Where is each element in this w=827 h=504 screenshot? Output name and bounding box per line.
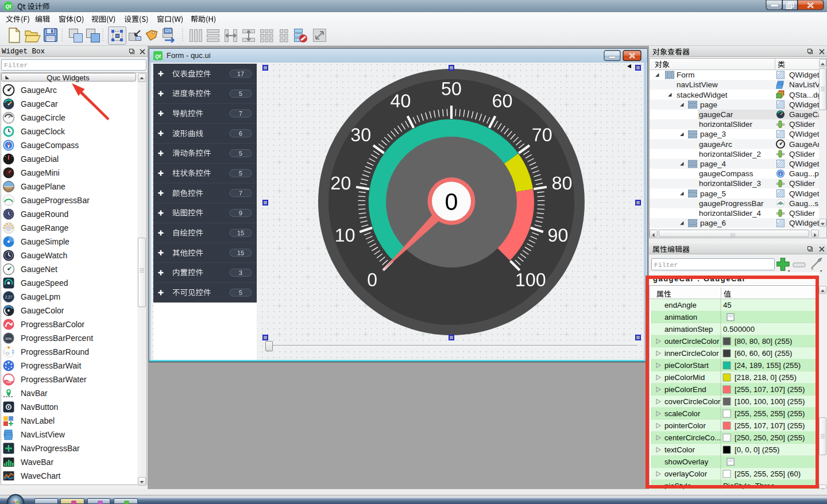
svg-text:QSlider: QSlider [789, 179, 816, 188]
svg-text:stackedWidget: stackedWidget [677, 91, 728, 99]
svg-text:horizontalSlider_2: horizontalSlider_2 [699, 150, 761, 158]
svg-text:Gaug...s: Gaug...s [789, 199, 818, 208]
svg-text:QSta...dg: QSta...dg [789, 91, 819, 99]
svg-text:page_5: page_5 [700, 189, 726, 198]
svg-text:Gaug...p: Gaug...p [789, 169, 819, 178]
svg-text:horizontalSlider: horizontalSlider [699, 120, 753, 129]
svg-text:GaugeCar: GaugeCar [789, 110, 819, 119]
svg-text:GaugeArc: GaugeArc [789, 140, 819, 149]
svg-text:gaugeCar: gaugeCar [699, 110, 733, 119]
svg-text:QSlider: QSlider [789, 150, 816, 158]
svg-text:page_4: page_4 [700, 160, 726, 168]
svg-text:QWidget: QWidget [789, 130, 819, 138]
svg-text:page_6: page_6 [700, 219, 726, 227]
svg-text:page_3: page_3 [700, 130, 726, 138]
svg-text:QWidget: QWidget [789, 160, 819, 168]
svg-text:page: page [700, 100, 717, 109]
svg-text:Form: Form [677, 71, 695, 79]
svg-text:gaugeProgressBar: gaugeProgressBar [699, 199, 764, 208]
svg-text:NavListView: NavListView [789, 80, 819, 89]
svg-text:horizontalSlider_3: horizontalSlider_3 [699, 179, 761, 188]
svg-text:gaugeCompass: gaugeCompass [699, 169, 753, 178]
svg-text:QWidget: QWidget [789, 189, 819, 198]
svg-text:navListView: navListView [677, 80, 718, 89]
svg-text:QWidget: QWidget [789, 71, 819, 79]
svg-text:horizontalSlider_4: horizontalSlider_4 [699, 209, 762, 218]
svg-text:QSlider: QSlider [789, 209, 816, 218]
svg-text:QSlider: QSlider [789, 120, 816, 129]
svg-text:QWidget: QWidget [789, 219, 819, 227]
svg-text:QWidget: QWidget [789, 100, 819, 109]
svg-text:gaugeArc: gaugeArc [699, 140, 732, 149]
